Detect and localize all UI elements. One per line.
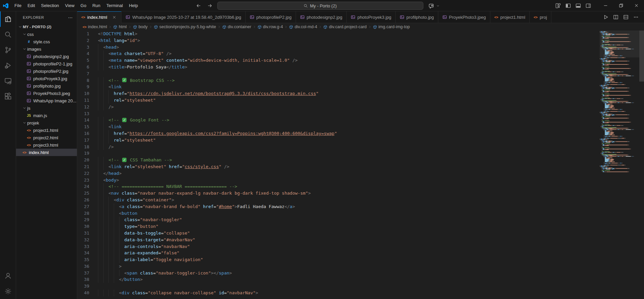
activity-run-debug[interactable] [0, 58, 16, 73]
code-line-24[interactable]: 24<!-- ================ NAVBAR =========… [77, 183, 639, 190]
code-line-15[interactable]: 15<link [77, 123, 639, 130]
tab-index-html[interactable]: <>index.html [77, 11, 121, 23]
toggle-sidebar-left-icon[interactable] [563, 1, 573, 10]
breadcrumb-item[interactable]: html [113, 24, 127, 29]
breadcrumb-item[interactable]: div.col-md-4 [289, 24, 317, 29]
line-number[interactable]: 14 [77, 117, 98, 123]
tree-item-js[interactable]: js [16, 104, 77, 112]
tree-item-whatsapp-image-20-[interactable]: WhatsApp Image 20... [16, 97, 77, 104]
close-button[interactable] [629, 0, 644, 11]
code-line-5[interactable]: 5<meta name="viewport" content="width=de… [77, 57, 639, 64]
line-number[interactable]: 16 [77, 130, 98, 137]
line-number[interactable]: 12 [77, 104, 98, 110]
tree-item-photodesignp2-jpg[interactable]: photodesignp2.jpg [16, 53, 77, 60]
tree-item-photoproyek3-jpg[interactable]: photoProyek3.jpg [16, 75, 77, 82]
line-number[interactable]: 3 [77, 44, 98, 51]
tree-item-index-html[interactable]: <>index.html [16, 149, 77, 156]
code-line-33[interactable]: 33aria-controls="navbarNav" [77, 243, 639, 250]
line-number[interactable]: 17 [77, 137, 98, 144]
code-line-2[interactable]: 2<html lang="id"> [77, 37, 639, 44]
code-line-16[interactable]: 16href="https://fonts.googleapis.com/css… [77, 130, 639, 137]
tree-item-projek[interactable]: projek [16, 119, 77, 127]
menu-run[interactable]: Run [89, 2, 103, 9]
code-line-37[interactable]: 37<span class="navbar-toggler-icon"></sp… [77, 270, 639, 277]
explorer-more-actions-icon[interactable]: ⋯ [67, 14, 74, 21]
line-number[interactable]: 29 [77, 216, 98, 223]
scrollbar-thumb[interactable] [639, 31, 644, 82]
code-line-20[interactable]: 20<!-- ✓ CSS Tambahan --> [77, 157, 639, 163]
line-number[interactable]: 27 [77, 203, 98, 210]
line-number[interactable]: 37 [77, 270, 98, 277]
command-center-search[interactable]: My - Porto (2) [217, 2, 423, 10]
code-line-11[interactable]: 11rel="stylesheet" [77, 97, 639, 104]
code-line-8[interactable]: 8<!-- ✓ Bootstrap CSS --> [77, 77, 639, 84]
activity-extensions[interactable] [0, 89, 16, 104]
menu-file[interactable]: File [11, 2, 24, 9]
tree-item-images[interactable]: images [16, 45, 77, 53]
code-line-38[interactable]: 38</button> [77, 276, 639, 283]
activity-remote-explorer[interactable] [0, 73, 16, 89]
tab-proyekphoto3-jpeg[interactable]: ProyekPhoto3.jpeg [438, 11, 490, 23]
code-editor[interactable]: 1<!DOCTYPE html>2<html lang="id">3<head>… [77, 31, 644, 299]
line-number[interactable]: 32 [77, 237, 98, 243]
menu-selection[interactable]: Selection [38, 2, 62, 9]
code-line-1[interactable]: 1<!DOCTYPE html> [77, 31, 639, 37]
breadcrumb-item[interactable]: img.card-img-top [373, 24, 410, 29]
line-number[interactable]: 2 [77, 37, 98, 44]
code-line-39[interactable]: 39 [77, 283, 639, 290]
code-line-7[interactable]: 7 [77, 70, 639, 77]
line-number[interactable]: 33 [77, 243, 98, 250]
tab-project1-html[interactable]: <>project1.html [490, 11, 530, 23]
line-number[interactable]: 36 [77, 263, 98, 270]
back-button[interactable] [194, 2, 202, 10]
breadcrumb-item[interactable]: div.card.project-card [323, 24, 366, 29]
toggle-sidebar-right-icon[interactable] [584, 1, 593, 10]
tab-photoprofilep2-jpg[interactable]: photoprofileP2.jpg [246, 11, 296, 23]
code-line-19[interactable]: 19 [77, 150, 639, 157]
line-number[interactable]: 35 [77, 256, 98, 263]
code-line-40[interactable]: 40<div class="collapse navbar-collapse" … [77, 290, 639, 296]
code-line-13[interactable]: 13 [77, 110, 639, 117]
code-line-31[interactable]: 31data-bs-toggle="collapse" [77, 230, 639, 237]
restore-button[interactable] [613, 0, 629, 11]
tree-item-project2-html[interactable]: <>project2.html [16, 134, 77, 141]
line-number[interactable]: 19 [77, 150, 98, 157]
code-line-28[interactable]: 28<button [77, 210, 639, 217]
code-line-14[interactable]: 14<!-- ✓ Google Font --> [77, 117, 639, 123]
tree-item-style-css[interactable]: #style.css [16, 38, 77, 45]
tree-item-css[interactable]: css [16, 31, 77, 38]
line-number[interactable]: 5 [77, 57, 98, 64]
breadcrumb-item[interactable]: div.container [222, 24, 251, 29]
activity-settings[interactable] [0, 284, 16, 299]
code-line-23[interactable]: 23<body> [77, 177, 639, 184]
code-line-22[interactable]: 22</head> [77, 170, 639, 177]
layout-button[interactable] [621, 13, 631, 21]
tree-item-photoprofilep2-jpg[interactable]: photoprofileP2.jpg [16, 67, 77, 75]
line-number[interactable]: 9 [77, 84, 98, 90]
copilot-icon[interactable] [427, 1, 436, 10]
line-number[interactable]: 1 [77, 31, 98, 37]
tree-item-proyekphoto3-jpeg[interactable]: ProyekPhoto3.jpeg [16, 90, 77, 97]
breadcrumb-item[interactable]: div.row.g-4 [257, 24, 283, 29]
tab-profilphoto-jpg[interactable]: profilphoto.jpg [396, 11, 438, 23]
code-line-18[interactable]: 18/> [77, 144, 639, 150]
code-line-21[interactable]: 21<link rel="stylesheet" href="css/style… [77, 163, 639, 170]
activity-source-control[interactable] [0, 42, 16, 58]
split-editor-button[interactable] [611, 13, 621, 21]
line-number[interactable]: 21 [77, 163, 98, 170]
activity-explorer[interactable] [0, 11, 16, 27]
code-line-27[interactable]: 27<a class="navbar-brand fw-bold" href="… [77, 203, 639, 210]
line-number[interactable]: 30 [77, 223, 98, 230]
code-line-30[interactable]: 30type="button" [77, 223, 639, 230]
line-number[interactable]: 15 [77, 123, 98, 130]
tab-proj[interactable]: <>proj [530, 11, 551, 23]
copilot-chevron-icon[interactable] [436, 4, 440, 8]
line-number[interactable]: 7 [77, 70, 98, 77]
line-number[interactable]: 25 [77, 190, 98, 197]
code-line-4[interactable]: 4<meta charset="UTF-8" /> [77, 50, 639, 57]
line-number[interactable]: 31 [77, 230, 98, 237]
run-button[interactable] [601, 13, 610, 21]
code-line-25[interactable]: 25<nav class="navbar navbar-expand-lg na… [77, 190, 639, 197]
code-line-12[interactable]: 12/> [77, 104, 639, 110]
line-number[interactable]: 39 [77, 283, 98, 290]
